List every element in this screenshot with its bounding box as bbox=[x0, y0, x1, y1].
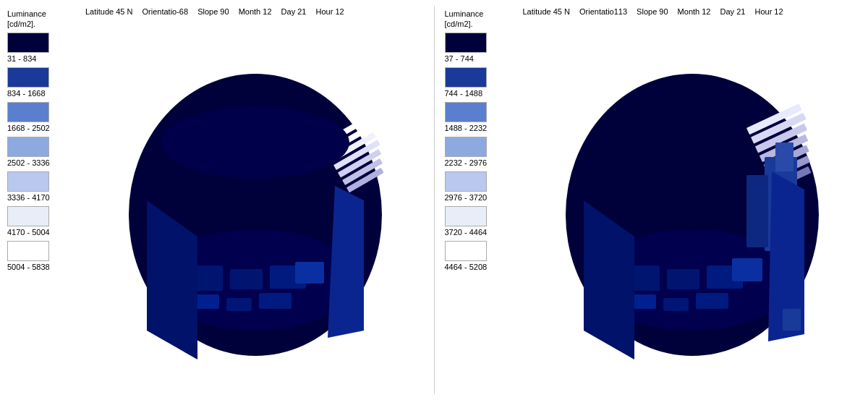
legend-items-2: 37 - 744744 - 14881488 - 22322232 - 2976… bbox=[445, 33, 516, 271]
legend-item: 5004 - 5838 bbox=[7, 241, 78, 271]
legend-range-label: 834 - 1668 bbox=[7, 89, 78, 98]
legend-range-label: 1668 - 2502 bbox=[7, 124, 78, 132]
legend-title-1: Luminance[cd/m2]. bbox=[7, 9, 78, 30]
legend-swatch bbox=[445, 137, 487, 157]
legend-items-1: 31 - 834834 - 16681668 - 25022502 - 3336… bbox=[7, 33, 78, 271]
legend-item: 3720 - 4464 bbox=[445, 206, 516, 237]
legend-range-label: 2976 - 3720 bbox=[445, 193, 516, 202]
chart-area-1: Latitude 45 N Orientatio-68 Slope 90 Mon… bbox=[82, 6, 428, 394]
legend-title-2: Luminance[cd/m2]. bbox=[445, 9, 516, 30]
legend-item: 3336 - 4170 bbox=[7, 171, 78, 202]
svg-rect-13 bbox=[226, 298, 252, 311]
legend-range-label: 37 - 744 bbox=[445, 54, 516, 63]
panel-1: Luminance[cd/m2]. 31 - 834834 - 16681668… bbox=[0, 0, 431, 400]
legend-1: Luminance[cd/m2]. 31 - 834834 - 16681668… bbox=[3, 6, 82, 394]
legend-item: 834 - 1668 bbox=[7, 67, 78, 98]
legend-range-label: 31 - 834 bbox=[7, 54, 78, 63]
day-2: Day 21 bbox=[720, 7, 746, 16]
legend-item: 31 - 834 bbox=[7, 33, 78, 63]
legend-item: 2502 - 3336 bbox=[7, 137, 78, 167]
month-1: Month 12 bbox=[239, 7, 272, 16]
slope-2: Slope 90 bbox=[637, 7, 668, 16]
legend-range-label: 2502 - 3336 bbox=[7, 158, 78, 167]
legend-2: Luminance[cd/m2]. 37 - 744744 - 14881488… bbox=[441, 6, 520, 394]
legend-swatch bbox=[7, 33, 49, 53]
svg-rect-15 bbox=[295, 262, 324, 284]
legend-swatch bbox=[445, 67, 487, 88]
svg-rect-14 bbox=[259, 293, 292, 309]
legend-swatch bbox=[445, 102, 487, 122]
scene-svg-1 bbox=[125, 56, 386, 359]
legend-swatch bbox=[445, 33, 487, 53]
legend-swatch bbox=[445, 171, 487, 192]
hour-2: Hour 12 bbox=[754, 7, 783, 16]
day-1: Day 21 bbox=[281, 7, 307, 16]
legend-item: 4464 - 5208 bbox=[445, 241, 516, 271]
legend-item: 1488 - 2232 bbox=[445, 102, 516, 132]
legend-range-label: 4464 - 5208 bbox=[445, 263, 516, 271]
panel-2: Luminance[cd/m2]. 37 - 744744 - 14881488… bbox=[438, 0, 869, 400]
svg-rect-32 bbox=[746, 175, 768, 247]
legend-range-label: 3720 - 4464 bbox=[445, 228, 516, 237]
latitude-1: Latitude 45 N bbox=[85, 7, 132, 16]
legend-item: 37 - 744 bbox=[445, 33, 516, 63]
svg-rect-34 bbox=[667, 269, 699, 289]
oval-container-2 bbox=[520, 21, 866, 395]
svg-rect-43 bbox=[783, 309, 801, 331]
svg-point-18 bbox=[161, 106, 349, 179]
legend-range-label: 3336 - 4170 bbox=[7, 193, 78, 202]
orientation-2: Orientatio113 bbox=[579, 7, 627, 16]
svg-rect-10 bbox=[230, 269, 263, 289]
legend-swatch bbox=[7, 137, 49, 157]
legend-item: 1668 - 2502 bbox=[7, 102, 78, 132]
panel-divider bbox=[434, 6, 435, 394]
chart-header-2: Latitude 45 N Orientatio113 Slope 90 Mon… bbox=[520, 6, 866, 18]
legend-swatch bbox=[7, 241, 49, 261]
slope-1: Slope 90 bbox=[197, 7, 229, 16]
legend-range-label: 744 - 1488 bbox=[445, 89, 516, 98]
legend-swatch bbox=[445, 241, 487, 261]
legend-item: 744 - 1488 bbox=[445, 67, 516, 98]
legend-range-label: 1488 - 2232 bbox=[445, 124, 516, 132]
legend-swatch bbox=[7, 171, 49, 192]
legend-range-label: 4170 - 5004 bbox=[7, 228, 78, 237]
hour-1: Hour 12 bbox=[316, 7, 344, 16]
legend-swatch bbox=[445, 206, 487, 226]
legend-item: 2976 - 3720 bbox=[445, 171, 516, 202]
svg-rect-31 bbox=[775, 142, 793, 171]
chart-area-2: Latitude 45 N Orientatio113 Slope 90 Mon… bbox=[520, 6, 866, 394]
legend-range-label: 2232 - 2976 bbox=[445, 158, 516, 167]
svg-rect-38 bbox=[696, 293, 728, 309]
legend-swatch bbox=[7, 206, 49, 226]
legend-item: 4170 - 5004 bbox=[7, 206, 78, 237]
legend-item: 2232 - 2976 bbox=[445, 137, 516, 167]
svg-rect-39 bbox=[732, 258, 762, 281]
oval-container-1 bbox=[82, 21, 428, 395]
orientation-1: Orientatio-68 bbox=[142, 7, 189, 16]
legend-swatch bbox=[7, 67, 49, 88]
latitude-2: Latitude 45 N bbox=[523, 7, 570, 16]
legend-swatch bbox=[7, 102, 49, 122]
month-2: Month 12 bbox=[678, 7, 711, 16]
chart-header-1: Latitude 45 N Orientatio-68 Slope 90 Mon… bbox=[82, 6, 428, 18]
legend-range-label: 5004 - 5838 bbox=[7, 263, 78, 271]
svg-rect-37 bbox=[663, 298, 689, 311]
scene-svg-2 bbox=[562, 56, 822, 359]
